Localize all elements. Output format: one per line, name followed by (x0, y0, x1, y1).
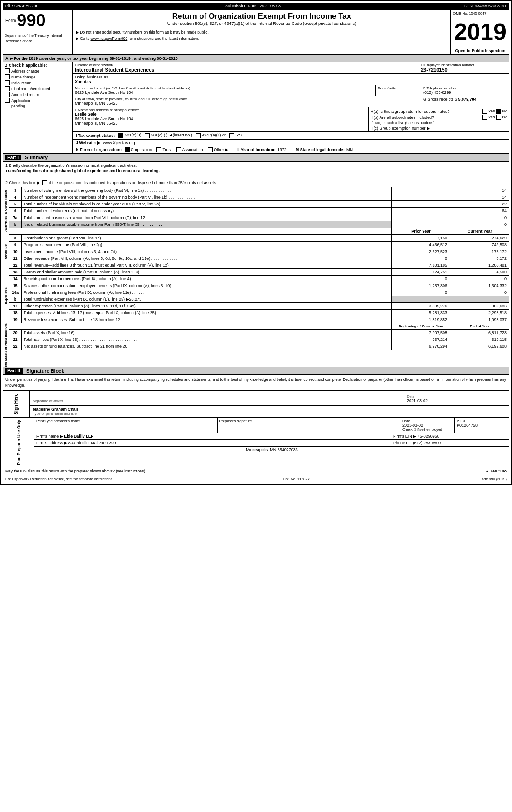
line11-row: 11 Other revenue (Part VIII, column (A),… (9, 255, 509, 262)
line4-current: 14 (450, 194, 509, 200)
check-amended-label: Amended return (11, 92, 39, 97)
4947-check (196, 133, 201, 138)
sig-fields: Signature of officer Date 2021-03-02 Mad… (30, 391, 509, 417)
ha-label: H(a) Is this a group return for subordin… (371, 109, 450, 114)
expenses-section: Expenses 13 Grants and similar amounts p… (3, 269, 509, 323)
line13-row: 13 Grants and similar amounts paid (Part… (9, 269, 509, 276)
omb-box: OMB No. 1545-0047 (451, 10, 509, 17)
part2-header: Part II Signature Block (3, 367, 509, 375)
form-number: 990 (17, 12, 45, 29)
line5-row: 5 Total number of individuals employed i… (9, 201, 509, 208)
check-initial-return-label: Initial return (11, 81, 31, 85)
line10-row: 10 Investment income (Part VIII, columns… (9, 248, 509, 255)
line4-prior (391, 194, 450, 200)
part1-title: Summary (25, 155, 48, 160)
firm-city-cell: Minneapolis, MN 554027033 (34, 447, 509, 453)
line3-num: 3 (9, 187, 22, 194)
prep-name-cell: Print/Type preparer's name (34, 418, 218, 433)
address-value: 6625 Lyndale Ave South No 104 (75, 90, 374, 95)
gross-value: 5,079,784 (458, 97, 477, 102)
hb-note: If "No," attach a list. (see instruction… (371, 121, 507, 125)
line17-row: 17 Other expenses (Part IX, column (A), … (9, 303, 509, 310)
line7a-current: 0 (450, 214, 509, 221)
check-final-return: Final return/terminated (5, 86, 70, 91)
net-assets-side-label: Net Assets or Fund Balances (3, 323, 9, 367)
line22-row: 22 Net assets or fund balances. Subtract… (9, 343, 509, 350)
main-header: Form 990 Department of the Treasury Inte… (3, 9, 509, 55)
check-name-change-box (5, 74, 10, 79)
part1-header: Part I Summary (3, 154, 509, 162)
line6-current: 64 (450, 208, 509, 214)
hb-row: H(b) Are all subordinates included? Yes … (371, 115, 507, 120)
line3-row: 3 Number of voting members of the govern… (9, 187, 509, 194)
cat-no: Cat. No. 11282Y (283, 477, 310, 481)
preparer-fields: Print/Type preparer's name Preparer's si… (34, 418, 509, 467)
l-value: 1972 (278, 147, 287, 152)
phone-value: (612) 436-8299 (423, 90, 507, 95)
dba-label: Doing business as (75, 75, 108, 79)
gross-cell: G Gross receipts $ 5,079,784 (421, 96, 509, 107)
sign-here-label: Sign Here (3, 391, 30, 417)
ein-value: 23-7210150 (421, 67, 507, 73)
footer-paperwork: For Paperwork Reduction Act Notice, see … (5, 477, 113, 481)
line1-underline (5, 177, 507, 177)
line2-checkbox (42, 180, 47, 185)
revenue-section: Revenue 8 Contributions and grants (Part… (3, 235, 509, 269)
k-label: K Form of organization: (76, 147, 122, 152)
line6-label: Total number of volunteers (estimate if … (22, 208, 391, 214)
firm-ein-cell: Firm's EIN ▶ 45-0250958 (391, 433, 509, 439)
revenue-side-label: Revenue (3, 235, 9, 269)
section-b: B Check if applicable: Address change Na… (3, 62, 73, 153)
i-label: I Tax-exempt status: (76, 133, 115, 138)
omb-label: OMB No. 1545-0047 (453, 11, 507, 15)
line1-section: 1 Briefly describe the organization's mi… (3, 162, 509, 179)
line6-prior (391, 208, 450, 214)
line4-row: 4 Number of independent voting members o… (9, 194, 509, 201)
line20-row: 20 Total assets (Part X, line 16) . . . … (9, 330, 509, 336)
website-url: www.Xperitas.org (103, 141, 135, 145)
line19-row: 19 Revenue less expenses. Subtract line … (9, 316, 509, 323)
sig-line: Signature of officer (33, 399, 398, 404)
ha-yes-box (482, 109, 487, 114)
org-name-value: Intercultural Student Experiences (75, 67, 417, 73)
hb-label: H(b) Are all subordinates included? (371, 115, 434, 120)
dept-info: Department of the Treasury Internal Reve… (3, 31, 72, 46)
line7a-num: 7a (9, 214, 22, 221)
check-address-change-label: Address change (11, 69, 39, 73)
line16a-row: 16a Professional fundraising fees (Part … (9, 289, 509, 296)
org-name-field-label: C Name of organization (75, 63, 417, 67)
activities-section: Activities & Governance 3 Number of voti… (3, 187, 509, 235)
form-title-section: Return of Organization Exempt From Incom… (73, 10, 451, 54)
line4-label: Number of independent voting members of … (22, 194, 391, 200)
line9-row: 9 Program service revenue (Part VIII, li… (9, 242, 509, 248)
dba-row: Doing business as Xperitas (73, 74, 509, 85)
check-amended: Amended return (5, 92, 70, 97)
line18-row: 18 Total expenses. Add lines 13–17 (must… (9, 310, 509, 316)
line7b-num: b (9, 221, 22, 228)
instructions: ▶ Do not enter social security numbers o… (73, 28, 450, 43)
line5-current: 22 (450, 201, 509, 207)
footer-bottom: For Paperwork Reduction Act Notice, see … (3, 476, 509, 482)
form-org-row: K Form of organization: Corporation Trus… (73, 146, 509, 153)
m-label: M State of legal domicile: (296, 147, 345, 152)
sig-date: Date 2021-03-02 (407, 394, 507, 404)
main-title: Return of Organization Exempt From Incom… (75, 12, 449, 21)
instruction2: ▶ Go to www.irs.gov/Form990 for instruct… (76, 36, 448, 42)
dba-value: Xperitas (75, 79, 91, 84)
prep-row3: Firm's address ▶ 800 Nicollet Mall Ste 1… (34, 440, 509, 447)
current-year-header: Current Year (450, 228, 509, 234)
activities-side-label: Activities & Governance (3, 187, 9, 235)
form-990-page: efile GRAPHIC print Submission Date - 20… (0, 0, 512, 485)
501c-check (145, 133, 150, 138)
section-cdeg: C Name of organization Intercultural Stu… (73, 62, 509, 153)
tax-year: 2019 (451, 17, 509, 47)
sig-row1: Signature of officer Date 2021-03-02 (30, 391, 509, 406)
line3-prior (391, 187, 450, 194)
revenue-content: 8 Contributions and grants (Part VIII, l… (9, 235, 509, 269)
prep-ptin-cell: PTIN P01264758 (455, 418, 509, 433)
check-final-return-box (5, 86, 10, 91)
preparer-section: Paid Preparer Use Only Print/Type prepar… (3, 418, 509, 467)
expenses-content: 13 Grants and similar amounts paid (Part… (9, 269, 509, 323)
org-name-cell: C Name of organization Intercultural Stu… (73, 62, 419, 73)
line7a-prior (391, 214, 450, 221)
